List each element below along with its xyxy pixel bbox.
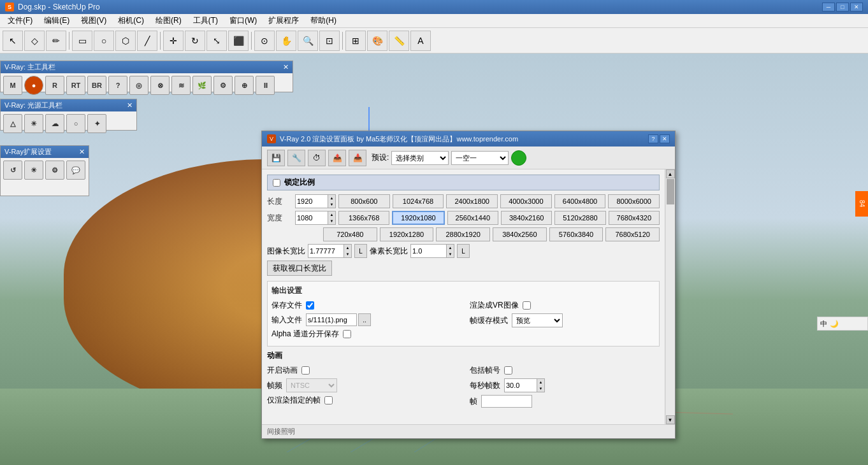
menu-help[interactable]: 帮助(H) <box>305 14 342 27</box>
fps-per-frame-input[interactable] <box>505 379 537 392</box>
pencil-tool[interactable]: ✏ <box>46 31 66 51</box>
res-5120x2880[interactable]: 5120x2880 <box>554 211 605 225</box>
res-1920x1280[interactable]: 1920x1280 <box>380 227 434 241</box>
zoom-tool[interactable]: 🔍 <box>298 31 318 51</box>
image-ratio-lock-btn[interactable]: L <box>354 244 367 258</box>
orange-side-button[interactable]: 84 <box>855 191 868 217</box>
frame-buffer-select[interactable]: 预览 全屏 窗口 <box>512 313 563 327</box>
input-file-path[interactable] <box>306 313 357 326</box>
res-6400x4800[interactable]: 6400x4800 <box>554 194 606 208</box>
width-input[interactable] <box>296 195 328 208</box>
res-3840x2560[interactable]: 3840x2560 <box>493 227 547 241</box>
vray-btn-m[interactable]: M <box>3 76 22 95</box>
dialog-timer-btn[interactable]: ⏱ <box>308 150 326 166</box>
res-5760x3840[interactable]: 5760x3840 <box>549 227 604 241</box>
vray-ext-toolbar-close[interactable]: ✕ <box>79 148 85 156</box>
ext-btn-chat[interactable]: 💬 <box>66 161 85 180</box>
orbit-tool[interactable]: ⊙ <box>254 31 275 51</box>
start-anim-checkbox[interactable] <box>301 366 310 375</box>
res-720x480[interactable]: 720x480 <box>323 227 377 241</box>
zoom-extent-tool[interactable]: ⊡ <box>319 31 340 51</box>
circle-tool[interactable]: ○ <box>94 31 114 51</box>
scroll-down-button[interactable]: ▼ <box>666 415 675 424</box>
text-tool[interactable]: A <box>410 31 431 51</box>
lock-ratio-checkbox[interactable] <box>273 179 280 187</box>
vray-btn-br[interactable]: BR <box>87 76 106 95</box>
res-1920x1080[interactable]: 1920x1080 <box>392 211 444 225</box>
push-tool[interactable]: ⬛ <box>228 31 249 51</box>
vray-btn-gear[interactable]: ⚙ <box>213 76 233 95</box>
menu-edit[interactable]: 编辑(E) <box>39 14 75 27</box>
image-ratio-spin-down[interactable]: ▼ <box>344 251 351 257</box>
select-tool[interactable]: ↖ <box>3 31 23 51</box>
vray-btn-tree[interactable]: 🌿 <box>192 76 212 95</box>
render-go-button[interactable] <box>511 150 526 166</box>
res-8000x6000[interactable]: 8000x6000 <box>608 194 660 208</box>
res-2400x1800[interactable]: 2400x1800 <box>446 194 498 208</box>
res-1366x768[interactable]: 1366x768 <box>338 211 389 225</box>
rotate-tool[interactable]: ↻ <box>185 31 205 51</box>
pixel-ratio-lock-btn[interactable]: L <box>457 244 470 258</box>
menu-file[interactable]: 文件(F) <box>3 14 38 27</box>
dialog-settings-btn[interactable]: 🔧 <box>287 150 305 166</box>
rect-tool[interactable]: ▭ <box>72 31 92 51</box>
component-tool[interactable]: ⊞ <box>345 31 366 51</box>
scrollbar-track[interactable] <box>666 178 675 415</box>
render-specific-checkbox[interactable] <box>324 396 333 404</box>
res-3840x2160[interactable]: 3840x2160 <box>501 211 552 225</box>
light-btn-rect[interactable]: △ <box>3 114 22 133</box>
vray-btn-plus[interactable]: ⊕ <box>235 76 254 95</box>
preset-category-select[interactable]: 选择类别 室内 室外 <box>391 151 449 165</box>
dialog-save-btn[interactable]: 💾 <box>267 150 285 166</box>
menu-extensions[interactable]: 扩展程序 <box>263 14 304 27</box>
res-7680x5120[interactable]: 7680x5120 <box>605 227 660 241</box>
menu-view[interactable]: 视图(V) <box>76 14 112 27</box>
scale-tool[interactable]: ⤡ <box>206 31 227 51</box>
vray-btn-sphere[interactable]: ◎ <box>129 76 148 95</box>
height-spin-up[interactable]: ▲ <box>328 211 335 218</box>
dialog-help-btn[interactable]: ? <box>648 134 658 143</box>
dialog-import-btn[interactable]: 📥 <box>349 150 366 166</box>
menu-window[interactable]: 窗口(W) <box>224 14 262 27</box>
menu-camera[interactable]: 相机(C) <box>113 14 149 27</box>
vray-btn-rt[interactable]: RT <box>66 76 85 95</box>
pixel-ratio-spin-down[interactable]: ▼ <box>446 251 454 257</box>
light-btn-dome[interactable]: ☁ <box>45 114 64 133</box>
vray-light-toolbar-close[interactable]: ✕ <box>127 101 133 110</box>
render-vr-checkbox[interactable] <box>523 301 531 310</box>
vray-btn-circle[interactable]: ● <box>24 76 43 95</box>
image-ratio-input[interactable] <box>308 245 344 257</box>
move-tool[interactable]: ✛ <box>163 31 184 51</box>
pixel-ratio-spin-up[interactable]: ▲ <box>446 245 454 251</box>
fps-per-frame-spin-up[interactable]: ▲ <box>537 379 544 385</box>
get-viewport-ratio-btn[interactable]: 获取视口长宽比 <box>267 261 332 276</box>
scroll-up-button[interactable]: ▲ <box>666 169 675 178</box>
browse-button[interactable]: .. <box>358 313 371 326</box>
paint-tool[interactable]: 🎨 <box>367 31 387 51</box>
ext-btn-settings[interactable]: ⚙ <box>45 161 64 180</box>
polygon-tool[interactable]: ⬡ <box>115 31 136 51</box>
vray-btn-help[interactable]: ? <box>108 76 127 95</box>
res-7680x4320[interactable]: 7680x4320 <box>609 211 660 225</box>
alpha-checkbox[interactable] <box>343 330 351 338</box>
ext-btn-sun[interactable]: ☀ <box>24 161 43 180</box>
width-spin-up[interactable]: ▲ <box>328 195 335 201</box>
vray-btn-wave[interactable]: ≋ <box>171 76 191 95</box>
res-2560x1440[interactable]: 2560x1440 <box>447 211 498 225</box>
light-btn-sphere[interactable]: ○ <box>66 114 85 133</box>
pixel-ratio-input[interactable] <box>411 245 446 257</box>
maximize-button[interactable]: □ <box>836 3 849 11</box>
height-input[interactable] <box>296 211 328 224</box>
close-button[interactable]: ✕ <box>850 3 863 11</box>
include-frame-checkbox[interactable] <box>504 366 512 375</box>
light-btn-star[interactable]: ✦ <box>87 114 106 133</box>
vray-btn-pause[interactable]: ⏸ <box>256 76 275 95</box>
dialog-close-btn[interactable]: ✕ <box>660 134 670 143</box>
fps-per-frame-spin-down[interactable]: ▼ <box>537 385 544 392</box>
menu-draw[interactable]: 绘图(R) <box>150 14 187 27</box>
res-1024x768[interactable]: 1024x768 <box>393 194 444 208</box>
image-ratio-spin-up[interactable]: ▲ <box>344 245 351 251</box>
frame-input[interactable] <box>481 395 532 408</box>
dialog-export-btn[interactable]: 📤 <box>328 150 346 166</box>
vray-btn-r[interactable]: R <box>45 76 64 95</box>
